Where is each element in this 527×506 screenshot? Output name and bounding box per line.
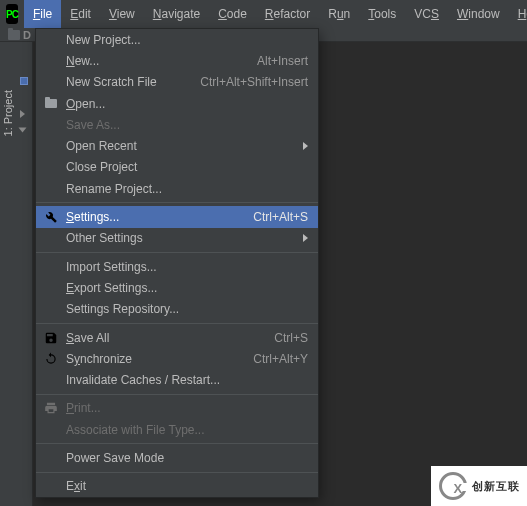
menu-item-settings-repository[interactable]: Settings Repository... — [36, 299, 318, 320]
tree-expand-icon[interactable] — [20, 110, 25, 118]
menu-separator — [36, 323, 318, 324]
menu-item-label: New Project... — [66, 33, 141, 47]
wrench-icon — [44, 210, 58, 224]
left-sidebar: 1: Project — [0, 42, 33, 506]
menu-item-shortcut: Ctrl+S — [274, 331, 308, 345]
menu-item-label: Settings... — [66, 210, 119, 224]
menu-separator — [36, 472, 318, 473]
menu-item-import-settings[interactable]: Import Settings... — [36, 256, 318, 277]
menu-item-new-project[interactable]: New Project... — [36, 29, 318, 50]
menu-item-label: Power Save Mode — [66, 451, 164, 465]
menu-item-close-project[interactable]: Close Project — [36, 157, 318, 178]
menu-item-label: Exit — [66, 479, 86, 493]
menu-item-other-settings[interactable]: Other Settings — [36, 228, 318, 249]
menu-item-save-as: Save As... — [36, 114, 318, 135]
menu-item-associate-with-file-type: Associate with File Type... — [36, 419, 318, 440]
menu-item-label: Open Recent — [66, 139, 137, 153]
menu-item-export-settings[interactable]: Export Settings... — [36, 277, 318, 298]
menu-item-shortcut: Ctrl+Alt+S — [253, 210, 308, 224]
sync-icon — [44, 352, 58, 366]
menubar-item-vcs[interactable]: VCS — [405, 0, 448, 28]
chevron-right-icon — [303, 142, 308, 150]
breadcrumb-root[interactable]: D — [23, 29, 31, 41]
menubar-item-help[interactable]: Help — [509, 0, 527, 28]
menu-item-new[interactable]: New...Alt+Insert — [36, 50, 318, 71]
menubar-item-view[interactable]: View — [100, 0, 144, 28]
sidebar-tab-project[interactable]: 1: Project — [2, 90, 14, 136]
menu-item-label: Synchronize — [66, 352, 132, 366]
menu-item-print: Print... — [36, 398, 318, 419]
logo-text: PC — [6, 9, 18, 20]
menu-item-shortcut: Ctrl+Alt+Y — [253, 352, 308, 366]
menu-item-invalidate-caches-restart[interactable]: Invalidate Caches / Restart... — [36, 369, 318, 390]
project-tool-icon[interactable] — [20, 77, 28, 85]
menu-separator — [36, 394, 318, 395]
menu-item-rename-project[interactable]: Rename Project... — [36, 178, 318, 199]
menu-item-shortcut: Alt+Insert — [257, 54, 308, 68]
menu-item-label: Open... — [66, 97, 105, 111]
menu-item-label: Rename Project... — [66, 182, 162, 196]
menu-separator — [36, 443, 318, 444]
menu-item-label: Print... — [66, 401, 101, 415]
menu-item-label: Other Settings — [66, 231, 143, 245]
menu-item-power-save-mode[interactable]: Power Save Mode — [36, 447, 318, 468]
tree-expand-icon[interactable] — [19, 128, 27, 133]
menu-item-label: Close Project — [66, 160, 137, 174]
menu-item-synchronize[interactable]: SynchronizeCtrl+Alt+Y — [36, 348, 318, 369]
menu-item-save-all[interactable]: Save AllCtrl+S — [36, 327, 318, 348]
file-menu-dropdown: New Project...New...Alt+InsertNew Scratc… — [35, 28, 319, 498]
menu-item-label: New... — [66, 54, 99, 68]
menu-item-label: Import Settings... — [66, 260, 157, 274]
print-icon — [44, 401, 58, 415]
menu-item-label: Settings Repository... — [66, 302, 179, 316]
menu-separator — [36, 202, 318, 203]
menubar-item-file[interactable]: File — [24, 0, 61, 28]
menu-item-open[interactable]: Open... — [36, 93, 318, 114]
menu-item-label: Export Settings... — [66, 281, 157, 295]
menubar-item-refactor[interactable]: Refactor — [256, 0, 319, 28]
menu-item-open-recent[interactable]: Open Recent — [36, 135, 318, 156]
menu-item-shortcut: Ctrl+Alt+Shift+Insert — [200, 75, 308, 89]
menubar-item-window[interactable]: Window — [448, 0, 509, 28]
menu-item-label: New Scratch File — [66, 75, 157, 89]
app-logo: PC — [6, 4, 18, 24]
menubar: PC FileEditViewNavigateCodeRefactorRunTo… — [0, 0, 527, 28]
chevron-right-icon — [303, 234, 308, 242]
folder-icon — [8, 30, 20, 40]
watermark-text: 创新互联 — [472, 479, 520, 494]
menu-item-label: Invalidate Caches / Restart... — [66, 373, 220, 387]
menubar-item-run[interactable]: Run — [319, 0, 359, 28]
watermark: X 创新互联 — [431, 466, 527, 506]
menu-item-label: Associate with File Type... — [66, 423, 205, 437]
folder-icon — [44, 97, 58, 111]
menu-item-label: Save As... — [66, 118, 120, 132]
menubar-item-tools[interactable]: Tools — [359, 0, 405, 28]
menubar-item-navigate[interactable]: Navigate — [144, 0, 209, 28]
menu-item-exit[interactable]: Exit — [36, 476, 318, 497]
menu-item-new-scratch-file[interactable]: New Scratch FileCtrl+Alt+Shift+Insert — [36, 72, 318, 93]
menubar-item-code[interactable]: Code — [209, 0, 256, 28]
save-icon — [44, 331, 58, 345]
menu-separator — [36, 252, 318, 253]
menu-item-settings[interactable]: Settings...Ctrl+Alt+S — [36, 206, 318, 227]
menu-item-label: Save All — [66, 331, 109, 345]
menubar-item-edit[interactable]: Edit — [61, 0, 100, 28]
